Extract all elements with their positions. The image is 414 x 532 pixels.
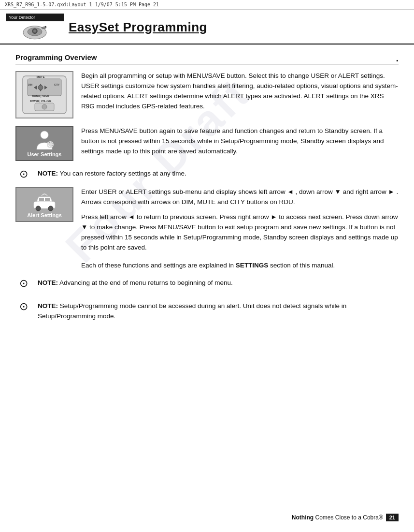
footer-nothing-bold: Nothing bbox=[292, 514, 314, 521]
section-title-text: Programming Overview bbox=[15, 53, 97, 63]
page-header: Your Detector EasySet Programming bbox=[0, 10, 414, 44]
svg-text:DIM: DIM bbox=[28, 83, 32, 86]
detector-icon bbox=[20, 22, 49, 41]
user-settings-image-box: User Settings bbox=[15, 126, 73, 161]
paragraph5-bold: SETTINGS bbox=[236, 262, 269, 269]
footer-nothing: Nothing Comes Close to a Cobra® bbox=[292, 514, 383, 521]
svg-point-4 bbox=[45, 26, 46, 28]
user-settings-icon bbox=[33, 130, 56, 151]
svg-text:MUTE: MUTE bbox=[37, 75, 45, 78]
paragraph5-block: Each of these functions and settings are… bbox=[15, 261, 399, 271]
svg-rect-28 bbox=[45, 198, 50, 201]
section-title: Programming Overview . bbox=[15, 53, 399, 64]
paragraph3: Enter USER or ALERT settings sub-menu an… bbox=[81, 187, 399, 207]
svg-text:MENU | SAVE: MENU | SAVE bbox=[32, 95, 49, 98]
svg-point-29 bbox=[36, 206, 41, 211]
main-content: Programming Overview . MUTE DIM CITY bbox=[0, 44, 414, 338]
note2-text: NOTE: Advancing at the end of menu retur… bbox=[38, 278, 233, 288]
paragraph2: Press MENU/SAVE button again to save fea… bbox=[81, 126, 399, 157]
note1-bold: NOTE: bbox=[38, 170, 58, 177]
row-alert-settings: Alert Settings Enter USER or ALERT setti… bbox=[15, 187, 399, 253]
footer-page-number: 21 bbox=[386, 514, 399, 521]
note3-icon: ⊙ bbox=[19, 300, 33, 313]
note2-row: ⊙ NOTE: Advancing at the end of menu ret… bbox=[15, 278, 399, 290]
paragraph5-end: section of this manual. bbox=[268, 262, 335, 269]
rdu-image-box: MUTE DIM CITY MENU | SAVE POWER | VOLUME bbox=[15, 71, 73, 118]
note3-text: NOTE: Setup/Programming mode cannot be a… bbox=[38, 301, 399, 321]
paragraph5-text: Each of these functions and settings are… bbox=[81, 262, 236, 269]
svg-point-18 bbox=[42, 104, 47, 109]
note1-body: You can restore factory settings at any … bbox=[58, 170, 186, 177]
meta-bar: XRS_R7_R9G_1-5-07.qxd:Layout 1 1/9/07 5:… bbox=[0, 0, 414, 10]
page-title: EasySet Programming bbox=[69, 20, 207, 35]
alert-settings-icon bbox=[31, 191, 58, 212]
svg-point-19 bbox=[41, 131, 48, 139]
paragraph4: Press left arrow ◄ to return to previous… bbox=[81, 212, 399, 253]
user-settings-label: User Settings bbox=[28, 151, 62, 157]
row-rdu: MUTE DIM CITY MENU | SAVE POWER | VOLUME bbox=[15, 71, 399, 118]
user-settings-figure: User Settings bbox=[28, 130, 62, 157]
alert-settings-figure: Alert Settings bbox=[27, 191, 62, 218]
logo-label: Your Detector bbox=[6, 14, 64, 21]
svg-point-30 bbox=[48, 206, 53, 211]
footer-nothing-rest: Comes Close to a Cobra bbox=[314, 514, 379, 521]
note1-icon: ⊙ bbox=[19, 168, 33, 180]
note1-row: ⊙ NOTE: You can restore factory settings… bbox=[15, 169, 399, 180]
note2-body: Advancing at the end of menu returns to … bbox=[58, 279, 233, 286]
note3-body: Setup/Programming mode cannot be accesse… bbox=[38, 302, 346, 319]
alert-settings-label: Alert Settings bbox=[27, 212, 62, 218]
row-user-settings: User Settings Press MENU/SAVE button aga… bbox=[15, 126, 399, 161]
page-footer: Nothing Comes Close to a Cobra® 21 bbox=[292, 514, 399, 521]
svg-point-3 bbox=[33, 30, 36, 32]
svg-text:CITY: CITY bbox=[54, 83, 60, 86]
note3-row: ⊙ NOTE: Setup/Programming mode cannot be… bbox=[15, 301, 399, 321]
svg-rect-27 bbox=[39, 198, 44, 201]
footer-trademark: ® bbox=[379, 514, 383, 521]
alert-settings-image-box: Alert Settings bbox=[15, 187, 73, 222]
paragraph1: Begin all programming or setup with MENU… bbox=[81, 71, 399, 112]
note1-text: NOTE: You can restore factory settings a… bbox=[38, 169, 186, 178]
note2-bold: NOTE: bbox=[38, 279, 58, 286]
note3-bold: NOTE: bbox=[38, 302, 58, 310]
svg-point-14 bbox=[38, 85, 43, 90]
logo-area: Your Detector bbox=[6, 14, 64, 41]
section-title-dot: . bbox=[396, 53, 399, 63]
paragraph3-4-block: Enter USER or ALERT settings sub-menu an… bbox=[81, 187, 399, 253]
svg-text:POWER | VOLUME: POWER | VOLUME bbox=[30, 100, 52, 103]
note2-icon: ⊙ bbox=[19, 277, 33, 290]
rdu-device-svg: MUTE DIM CITY MENU | SAVE POWER | VOLUME bbox=[20, 75, 69, 115]
